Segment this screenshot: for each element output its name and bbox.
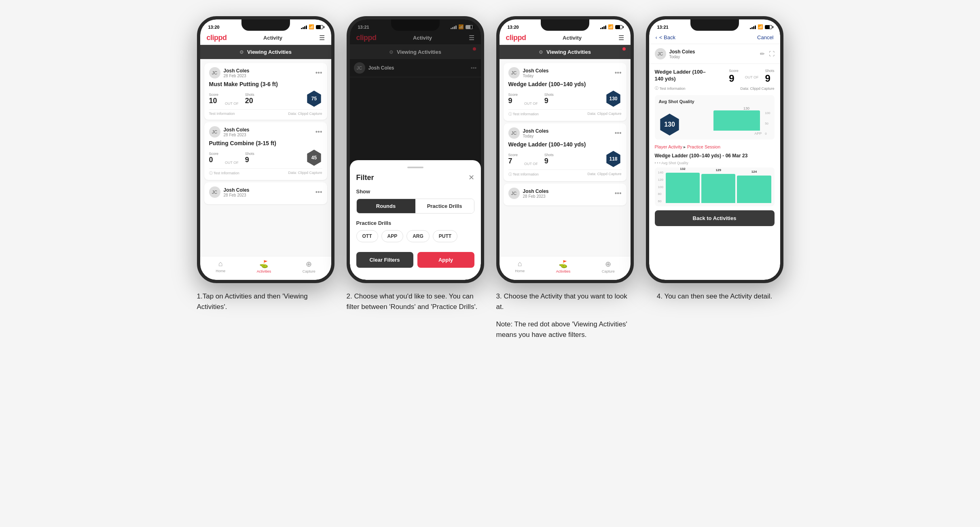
y-labels-4: 100 50 0 — [765, 111, 770, 135]
card-header-1-1: JC Josh Coles 28 Feb 2023 ••• — [209, 67, 322, 78]
detail-activity-title-4: Wedge Ladder (100–140 yds) — [655, 69, 707, 83]
bar-chart-4: 140 120 100 80 60 132 129 — [658, 171, 771, 203]
user-date-1-1: 28 Feb 2023 — [224, 74, 250, 78]
menu-icon-3[interactable]: ☰ — [618, 34, 624, 42]
card-title-1-1: Must Make Putting (3-6 ft) — [209, 81, 322, 87]
more-dots-1-2[interactable]: ••• — [315, 128, 322, 135]
phone-4: 13:21 📶 ‹ < Back Ca — [646, 16, 783, 283]
home-icon-3: ⌂ — [518, 260, 522, 268]
logo-1: clippd — [207, 34, 227, 42]
avatar-1-1: JC — [209, 67, 220, 78]
nav-capture-1[interactable]: ⊕ Capture — [303, 260, 315, 273]
header-title-3: Activity — [563, 35, 582, 41]
stat-shots-1-2: Shots 9 — [245, 152, 254, 164]
bar-2-4: 129 — [701, 174, 735, 203]
phone-screen-4: 13:21 📶 ‹ < Back Ca — [649, 19, 780, 280]
avatar-3-1: JC — [508, 67, 520, 78]
detail-user-date-4: Today — [669, 55, 695, 59]
home-icon-1: ⌂ — [218, 260, 223, 268]
activity-banner-3[interactable]: ⚙ Viewing Activities — [500, 45, 631, 59]
bar1 — [301, 28, 302, 29]
activity-card-1-3[interactable]: JC Josh Coles 28 Feb 2023 ••• — [204, 182, 327, 204]
detail-user-name-4: Josh Coles — [669, 49, 695, 55]
sq-chart-row: 130 130 APP 100 50 — [659, 106, 770, 135]
nav-home-label-1: Home — [216, 269, 225, 273]
sq-badge-1-2: 45 — [306, 150, 322, 166]
back-button-4[interactable]: ‹ < Back — [656, 34, 675, 40]
steps-container: 13:20 📶 clippd Acti — [197, 16, 783, 340]
nav-activities-1[interactable]: ⛳ Activities — [257, 260, 271, 273]
activity-card-3-3[interactable]: JC Josh Coles 28 Feb 2023 ••• — [504, 184, 627, 205]
activity-card-1-1[interactable]: JC Josh Coles 28 Feb 2023 ••• Must Make … — [204, 63, 327, 120]
card-header-3-1: JC Josh Coles Today ••• — [508, 67, 622, 78]
status-right-3: 📶 — [600, 24, 622, 30]
caption-2: 2. Choose what you'd like to see. You ca… — [347, 291, 484, 312]
user-date-1-3: 28 Feb 2023 — [224, 193, 250, 197]
pill-ott[interactable]: OTT — [356, 230, 378, 242]
sq-hexagon-4: 130 — [659, 114, 681, 135]
user-details-1-1: Josh Coles 28 Feb 2023 — [224, 68, 250, 78]
card-header-3-3: JC Josh Coles 28 Feb 2023 ••• — [508, 188, 622, 199]
card-title-1-2: Putting Combine (3-15 ft) — [209, 140, 322, 146]
user-date-1-2: 28 Feb 2023 — [224, 133, 250, 137]
nav-home-1[interactable]: ⌂ Home — [216, 260, 225, 273]
stat-shots-1-1: Shots 20 — [245, 93, 254, 105]
activity-banner-1[interactable]: ⚙ Viewing Activities — [200, 45, 331, 59]
pill-putt[interactable]: PUTT — [433, 230, 457, 242]
back-activities-button-4[interactable]: Back to Activities — [655, 210, 775, 226]
nav-activities-3[interactable]: ⛳ Activities — [556, 260, 571, 273]
nav-capture-3[interactable]: ⊕ Capture — [602, 260, 615, 273]
user-date-3-3: 28 Feb 2023 — [523, 194, 549, 199]
chart-label-4: APP — [684, 131, 762, 135]
time-4: 13:21 — [657, 25, 669, 30]
activity-card-3-1[interactable]: JC Josh Coles Today ••• Wedge Ladder (10… — [504, 63, 627, 121]
user-date-3-2: Today — [523, 134, 549, 138]
phone-screen-3: 13:20 📶 clippd Acti — [500, 19, 631, 280]
user-name-3-3: Josh Coles — [523, 188, 549, 194]
phone-notch-1 — [241, 19, 290, 31]
avg-sq-section-4: Avg Shot Quality 130 130 APP — [655, 95, 775, 140]
expand-icon-4[interactable]: ⛶ — [769, 51, 775, 57]
activity-card-1-2[interactable]: JC Josh Coles 28 Feb 2023 ••• Putting Co… — [204, 122, 327, 180]
user-name-1-2: Josh Coles — [224, 127, 250, 133]
clear-filters-button[interactable]: Clear Filters — [356, 252, 413, 268]
detail-user-4: JC Josh Coles Today ✏ ⛶ — [649, 44, 780, 64]
card-footer-1-2: ⓘ Test Information Data: Clippd Capture — [209, 168, 322, 176]
pill-group: OTT APP ARG PUTT — [356, 230, 474, 242]
nav-home-3[interactable]: ⌂ Home — [515, 260, 525, 273]
menu-icon-1[interactable]: ☰ — [319, 34, 325, 42]
toggle-rounds[interactable]: Rounds — [357, 199, 415, 213]
more-dots-3-1[interactable]: ••• — [615, 69, 622, 76]
bottom-nav-3: ⌂ Home ⛳ Activities ⊕ Capture — [500, 256, 631, 280]
detail-score-4: 9 — [729, 73, 739, 84]
capture-icon-1: ⊕ — [306, 260, 312, 269]
bar3 — [304, 26, 305, 29]
phone-screen-2: 13:21 📶 clippd Acti — [350, 19, 481, 280]
user-info-1-2: JC Josh Coles 28 Feb 2023 — [209, 126, 250, 138]
modal-close-button[interactable]: ✕ — [468, 173, 474, 182]
activities-icon-3: ⛳ — [559, 260, 567, 269]
more-dots-3-2[interactable]: ••• — [615, 129, 622, 137]
user-info-3-1: JC Josh Coles Today — [508, 67, 549, 78]
bar-chart-section-4: 140 120 100 80 60 132 129 — [655, 167, 775, 206]
filter-modal: Filter ✕ Show Rounds Practice Drills Pra… — [350, 160, 481, 280]
card-header-1-3: JC Josh Coles 28 Feb 2023 ••• — [209, 186, 322, 198]
activity-card-3-2[interactable]: JC Josh Coles Today ••• Wedge Ladder (10… — [504, 123, 627, 181]
card-title-3-1: Wedge Ladder (100–140 yds) — [508, 81, 622, 87]
more-dots-1-3[interactable]: ••• — [315, 188, 322, 196]
card-stats-3-1: Score 9 OUT OF Shots 9 130 — [508, 91, 622, 107]
edit-icon-4[interactable]: ✏ — [760, 51, 765, 57]
app-header-3: clippd Activity ☰ — [500, 31, 631, 45]
cancel-button-4[interactable]: Cancel — [757, 34, 773, 40]
caption-text-2: 2. Choose what you'd like to see. You ca… — [347, 291, 484, 312]
user-info-3-2: JC Josh Coles Today — [508, 127, 549, 139]
pill-arg[interactable]: ARG — [406, 230, 430, 242]
pill-app[interactable]: APP — [381, 230, 404, 242]
apply-button[interactable]: Apply — [417, 252, 474, 268]
filter-modal-overlay: Filter ✕ Show Rounds Practice Drills Pra… — [350, 19, 481, 280]
modal-title: Filter — [356, 174, 374, 182]
more-dots-1-1[interactable]: ••• — [315, 69, 322, 76]
toggle-practice-drills[interactable]: Practice Drills — [415, 199, 474, 213]
drill-title-4: Wedge Ladder (100–140 yds) - 06 Mar 23 — [655, 153, 775, 159]
more-dots-3-3[interactable]: ••• — [615, 190, 622, 197]
